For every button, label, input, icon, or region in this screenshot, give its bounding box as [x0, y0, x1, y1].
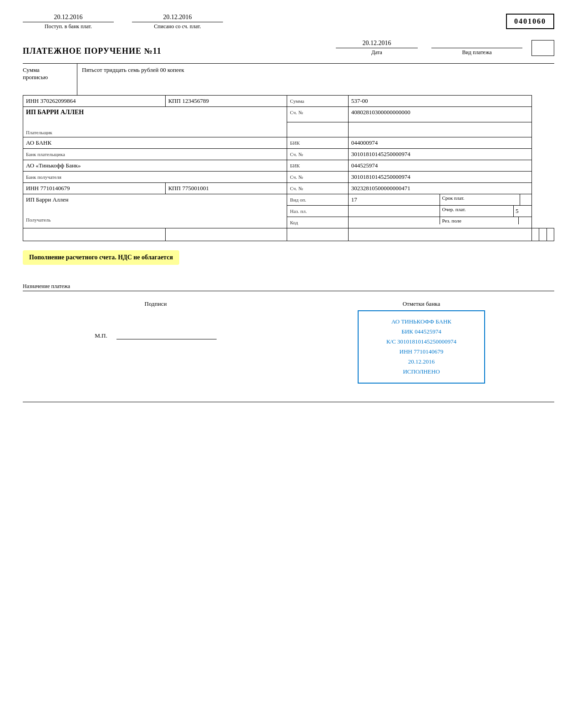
naz-pl-label: Наз. пл. [290, 208, 307, 214]
cell-recip-bank-schet-label: Сч. № [287, 172, 348, 183]
cell-recipient-bank-name: АО «Тинькофф Банк» [23, 160, 287, 172]
date-written-label: Списано со сч. плат. [154, 23, 201, 30]
recip-kpp: КПП 775001001 [168, 185, 209, 192]
summa-row: Сумма прописью Пятьсот тридцать семь руб… [23, 63, 554, 95]
cell-recip-name: ИП Барри Аллен Получатель [23, 194, 287, 228]
schet-value: 40802810300000000000 [351, 109, 410, 116]
title-row: ПЛАТЕЖНОЕ ПОРУЧЕНИЕ №11 20.12.2016 Дата … [23, 38, 554, 56]
cell-bot-3 [287, 228, 348, 241]
row-payer-bank-schet: Банк плательщика Сч. № 30101810145250000… [23, 149, 554, 160]
cell-naz-pl-right: Очер. плат. 5 [348, 206, 532, 217]
recipient-bank-name: АО «Тинькофф Банк» [26, 162, 81, 169]
summa-text-cell: Пятьсот тридцать семь рублей 00 копеек [77, 64, 554, 95]
srok-plat-label: Срок плат. [442, 195, 464, 201]
cell-bot-6 [539, 228, 547, 241]
date-written-block: 20.12.2016 Списано со сч. плат. [132, 14, 223, 30]
cell-recip-schet-label: Сч. № [287, 183, 348, 194]
cell-bot-7 [547, 228, 554, 241]
payment-purpose: Пополнение расчетного счета. НДС не обла… [23, 250, 179, 265]
summa-label: Сумма [290, 98, 304, 104]
cell-schet-label: Сч. № [287, 107, 348, 122]
cell-schet-value: 40802810300000000000 [348, 107, 532, 122]
row-inn-kpp: ИНН 370262099864 КПП 123456789 Сумма 537… [23, 96, 554, 107]
date-received-block: 20.12.2016 Поступ. в банк плат. [23, 14, 114, 30]
recip-schet-label: Сч. № [290, 186, 303, 191]
otmetki-label: Отметки банка [403, 300, 440, 308]
row-bottom-cells [23, 228, 554, 241]
row-recip-inn: ИНН 7710140679 КПП 775001001 Сч. № 30232… [23, 183, 554, 194]
vid-op-label: Вид оп. [290, 197, 306, 202]
cell-kpp: КПП 123456789 [165, 96, 287, 107]
recip-schet-value: 30232810500000000471 [351, 185, 410, 192]
bottom-line [23, 402, 554, 402]
stamp-line5: 20.12.2016 [368, 357, 475, 367]
document-container: 20.12.2016 Поступ. в банк плат. 20.12.20… [23, 14, 554, 402]
date-received-label: Поступ. в банк плат. [45, 23, 92, 30]
bank-recip-label: Банк получателя [26, 174, 61, 180]
main-table: ИНН 370262099864 КПП 123456789 Сумма 537… [23, 95, 554, 241]
document-code: 0401060 [506, 14, 554, 29]
cell-vid-op-label: Вид оп. [287, 194, 348, 206]
cell-recip-schet-value: 30232810500000000471 [348, 183, 532, 194]
vid-platezha-line [431, 38, 522, 48]
signatures-row: Подписи М.П. Отметки банка АО ТИНЬКОФФ Б… [23, 300, 554, 384]
payment-purpose-wrapper: Пополнение расчетного счета. НДС не обла… [23, 246, 554, 269]
recip-bank-schet-label: Сч. № [290, 174, 303, 180]
row-payer-bank: АО БАНК БИК 044000974 [23, 137, 554, 149]
summa-label-cell: Сумма прописью [23, 64, 77, 95]
recip-name: ИП Барри Аллен [26, 196, 284, 203]
cell-recip-inn: ИНН 7710140679 [23, 183, 166, 194]
payer-label: Плательщик [26, 130, 284, 135]
cell-bank-plat-label: Банк плательщика [23, 149, 287, 160]
document-title: ПЛАТЕЖНОЕ ПОРУЧЕНИЕ №11 [23, 46, 168, 56]
date-received-value: 20.12.2016 [23, 14, 114, 22]
cell-recip-bank-schet-value: 30101810145250000974 [348, 172, 532, 183]
cell-bot-4 [348, 228, 532, 241]
row-recipient-bank: АО «Тинькофф Банк» БИК 044525974 [23, 160, 554, 172]
cell-bot-1 [23, 228, 166, 241]
cell-bik-label: БИК [287, 137, 348, 149]
ocher-plat-label: Очер. плат. [442, 207, 466, 212]
cell-empty-1 [287, 122, 348, 137]
summa-label-1: Сумма [23, 66, 74, 74]
cell-recip-bik-value: 044525974 [348, 160, 532, 172]
cell-payer-bank-schet-label: Сч. № [287, 149, 348, 160]
otmetki-col: Отметки банка АО ТИНЬКОФФ БАНК БИК 04452… [288, 300, 554, 384]
stamp-line4: ИНН 7710140679 [368, 347, 475, 357]
cell-kod-label: Код [287, 217, 348, 228]
doc-date-value: 20.12.2016 [336, 40, 418, 48]
bank-payer-label: Банк плательщика [26, 152, 65, 157]
cell-payer-bank-schet-value: 30101810145250000974 [348, 149, 532, 160]
cell-payer-bank-name: АО БАНК [23, 137, 287, 149]
naznachenie-label: Назначение платежа [23, 283, 554, 291]
vid-op-value: 17 [351, 196, 357, 203]
summa-text: Пятьсот тридцать семь рублей 00 копеек [82, 66, 184, 73]
vid-platezha-label: Вид платежа [462, 49, 491, 56]
payer-kpp: КПП 123456789 [168, 97, 209, 104]
cell-payer-name: ИП БАРРИ АЛЛЕН Плательщик [23, 107, 287, 137]
cell-kod-right: Рез. поле [348, 217, 532, 228]
cell-bik-value: 044000974 [348, 137, 532, 149]
cell-recip-bik-label: БИК [287, 160, 348, 172]
rez-pole-label: Рез. поле [442, 218, 461, 223]
cell-inn: ИНН 370262099864 [23, 96, 166, 107]
vid-platezha-block: Вид платежа [431, 38, 522, 56]
recip-inn: ИНН 7710140679 [26, 185, 70, 192]
bik-label-recip: БИК [290, 163, 300, 168]
schet-label: Сч. № [290, 110, 303, 115]
bik-label-payer: БИК [290, 140, 300, 146]
signature-line [116, 330, 217, 339]
row-recip-name: ИП Барри Аллен Получатель Вид оп. 17 Сро… [23, 194, 554, 206]
signatures-col: Подписи М.П. [23, 300, 288, 341]
payer-name: ИП БАРРИ АЛЛЕН [26, 109, 284, 116]
ocher-plat-value: 5 [516, 207, 519, 214]
small-box [531, 40, 554, 56]
podpisi-label: Подписи [145, 300, 167, 308]
payer-bank-name: АО БАНК [26, 139, 51, 146]
row-recip-bank-schet: Банк получателя Сч. № 301018101452500009… [23, 172, 554, 183]
cell-bot-5 [532, 228, 539, 241]
kod-label: Код [290, 220, 298, 225]
stamp-line1: АО ТИНЬКОФФ БАНК [368, 317, 475, 327]
row-payer-name: ИП БАРРИ АЛЛЕН Плательщик Сч. № 40802810… [23, 107, 554, 122]
stamp-line2: БИК 044525974 [368, 327, 475, 337]
